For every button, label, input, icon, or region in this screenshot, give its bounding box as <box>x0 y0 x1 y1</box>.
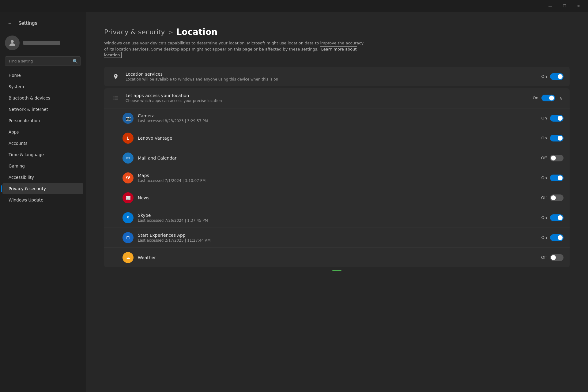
app-name-5: Skype <box>138 213 541 218</box>
search-input[interactable] <box>5 56 81 66</box>
app-track-3 <box>550 175 564 181</box>
app-toggle-1[interactable] <box>550 135 564 141</box>
let-apps-card: Let apps access your location Choose whi… <box>104 88 570 267</box>
app-toggle-0[interactable] <box>550 115 564 122</box>
app-toggle-4[interactable] <box>550 194 564 201</box>
app-toggle-5[interactable] <box>550 214 564 221</box>
sidebar-item-personalization[interactable]: Personalization <box>2 115 83 126</box>
app-name-7: Weather <box>138 255 541 260</box>
sidebar-item-home[interactable]: Home <box>2 70 83 81</box>
sidebar-item-network[interactable]: Network & internet <box>2 104 83 115</box>
user-name-placeholder <box>23 41 60 45</box>
titlebar: — ❐ ✕ <box>0 0 588 12</box>
app-row-4: 📰NewsOff <box>104 188 570 208</box>
app-toggle-label-7: Off <box>541 255 547 260</box>
app-subtitle-3: Last accessed 7/1/2024 | 3:10:07 PM <box>138 179 541 183</box>
app-text-4: News <box>138 195 541 200</box>
restore-button[interactable]: ❐ <box>557 1 571 11</box>
app-icon-5: S <box>123 212 134 223</box>
app-row-6: ⊞Start Experiences AppLast accessed 2/17… <box>104 228 570 248</box>
app-name-1: Lenovo Vantage <box>138 136 541 141</box>
app-thumb-7 <box>551 255 556 260</box>
app-text-6: Start Experiences AppLast accessed 2/17/… <box>138 233 541 243</box>
let-apps-track <box>541 95 555 101</box>
app-icon-7: ☁ <box>123 252 134 263</box>
app-text-5: SkypeLast accessed 7/26/2024 | 1:37:45 P… <box>138 213 541 223</box>
app-icon-1: L <box>123 133 134 144</box>
app-toggle-2[interactable] <box>550 155 564 161</box>
location-services-title: Location services <box>126 72 541 77</box>
app-icon-4: 📰 <box>123 192 134 203</box>
location-icon <box>110 71 121 82</box>
breadcrumb-parent: Privacy & security <box>104 28 165 36</box>
location-services-text: Location services Location will be avail… <box>126 72 541 81</box>
app-track-2 <box>550 155 564 161</box>
app-thumb-5 <box>558 215 563 220</box>
app-icon-6: ⊞ <box>123 232 134 243</box>
let-apps-chevron[interactable]: ∧ <box>558 94 564 102</box>
sidebar-item-time[interactable]: Time & language <box>2 149 83 160</box>
location-services-toggle-label: On <box>541 74 547 79</box>
minimize-button[interactable]: — <box>543 1 557 11</box>
app-icon-0: 📷 <box>123 113 134 124</box>
location-services-toggle[interactable] <box>550 73 564 80</box>
main-content: Privacy & security > Location Windows ca… <box>86 12 588 392</box>
sidebar-item-privacy[interactable]: Privacy & security <box>2 183 83 194</box>
let-apps-subtitle: Choose which apps can access your precis… <box>126 99 533 103</box>
app-controls-0: On <box>541 115 564 122</box>
search-box[interactable]: 🔍 <box>5 56 81 66</box>
app-text-3: MapsLast accessed 7/1/2024 | 3:10:07 PM <box>138 173 541 183</box>
settings-window: ← Settings 🔍 HomeSystemBluetooth & devic… <box>0 12 588 392</box>
app-thumb-3 <box>558 175 563 180</box>
let-apps-title: Let apps access your location <box>126 93 533 98</box>
app-controls-6: On <box>541 234 564 241</box>
let-apps-text: Let apps access your location Choose whi… <box>126 93 533 103</box>
app-track-7 <box>550 254 564 261</box>
app-toggle-label-1: On <box>541 136 547 140</box>
app-track-1 <box>550 135 564 141</box>
let-apps-toggle[interactable] <box>541 95 555 101</box>
app-thumb-0 <box>558 116 563 121</box>
let-apps-controls: On ∧ <box>533 94 564 102</box>
app-row-5: SSkypeLast accessed 7/26/2024 | 1:37:45 … <box>104 208 570 228</box>
apps-location-icon <box>110 92 121 104</box>
app-icon-2: ✉ <box>123 153 134 164</box>
location-services-controls: On <box>541 73 564 80</box>
sidebar-item-accessibility[interactable]: Accessibility <box>2 172 83 183</box>
app-row-3: 🗺MapsLast accessed 7/1/2024 | 3:10:07 PM… <box>104 168 570 188</box>
app-text-7: Weather <box>138 255 541 260</box>
app-name-3: Maps <box>138 173 541 178</box>
sidebar-item-windows-update[interactable]: Windows Update <box>2 194 83 205</box>
app-subtitle-6: Last accessed 2/17/2025 | 11:27:44 AM <box>138 238 541 243</box>
app-toggle-7[interactable] <box>550 254 564 261</box>
app-toggle-6[interactable] <box>550 234 564 241</box>
svg-point-0 <box>11 40 13 43</box>
sidebar-item-system[interactable]: System <box>2 81 83 92</box>
app-thumb-4 <box>551 195 556 200</box>
breadcrumb-current: Location <box>176 27 217 37</box>
sidebar-item-bluetooth[interactable]: Bluetooth & devices <box>2 92 83 104</box>
breadcrumb-sep: > <box>168 28 173 36</box>
app-name-6: Start Experiences App <box>138 233 541 238</box>
sidebar-item-gaming[interactable]: Gaming <box>2 160 83 172</box>
sidebar-item-accounts[interactable]: Accounts <box>2 138 83 149</box>
app-list-section: 📷CameraLast accessed 8/23/2023 | 3:29:57… <box>104 108 570 267</box>
app-row-7: ☁WeatherOff <box>104 248 570 267</box>
app-text-2: Mail and Calendar <box>138 156 541 160</box>
app-text-1: Lenovo Vantage <box>138 136 541 141</box>
app-name-2: Mail and Calendar <box>138 156 541 160</box>
scroll-indicator <box>332 270 341 271</box>
back-button[interactable]: ← <box>5 18 15 28</box>
app-toggle-label-2: Off <box>541 156 547 160</box>
app-name-0: Camera <box>138 113 541 118</box>
app-subtitle-0: Last accessed 8/23/2023 | 3:29:57 PM <box>138 119 541 123</box>
close-button[interactable]: ✕ <box>571 1 586 11</box>
sidebar-item-apps[interactable]: Apps <box>2 126 83 138</box>
location-services-thumb <box>558 74 563 79</box>
app-row-1: LLenovo VantageOn <box>104 128 570 148</box>
page-description: Windows can use your device's capabiliti… <box>104 40 368 58</box>
app-controls-1: On <box>541 135 564 141</box>
app-toggle-3[interactable] <box>550 175 564 181</box>
app-controls-5: On <box>541 214 564 221</box>
let-apps-row: Let apps access your location Choose whi… <box>104 88 570 108</box>
